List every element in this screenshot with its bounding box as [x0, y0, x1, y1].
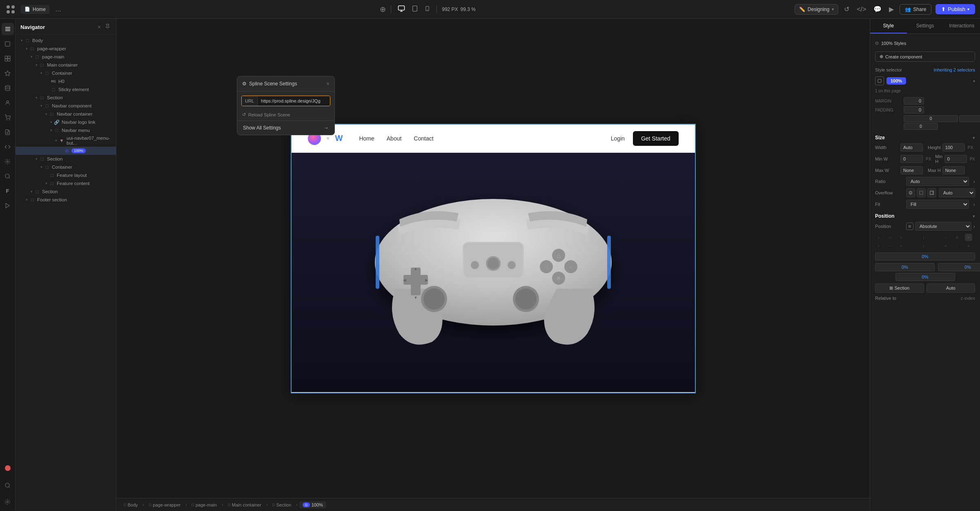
pos-right-input[interactable]: [938, 263, 980, 271]
more-button[interactable]: ...: [56, 6, 61, 13]
align-tc[interactable]: —: [886, 234, 893, 241]
padding-right-input[interactable]: [959, 115, 980, 122]
align-tr[interactable]: •: [898, 234, 905, 241]
ratio-select[interactable]: Auto: [906, 177, 969, 186]
spline-all-settings-button[interactable]: Show All Settings →: [237, 121, 334, 135]
tree-item-section-feature[interactable]: ▾ □ Section: [16, 155, 116, 163]
breadcrumb-page-wrapper[interactable]: □ page-wrapper: [146, 501, 184, 509]
overflow-scroll-icon[interactable]: [927, 188, 936, 197]
nav-link-home[interactable]: Home: [359, 135, 374, 142]
breadcrumb-100pct[interactable]: ⊙ 100%: [299, 501, 326, 509]
fonts-icon-button[interactable]: F: [2, 185, 14, 197]
padding-top-input[interactable]: [904, 115, 958, 122]
mobile-view-button[interactable]: [423, 4, 432, 15]
app-logo[interactable]: [5, 4, 16, 15]
tree-item-navbar-logo-link[interactable]: ▾ 🔗 Navbar logo link: [16, 118, 116, 126]
tree-item-navbar-menu[interactable]: ▾ □ Navbar menu: [16, 126, 116, 134]
tree-item-navbar-container[interactable]: ▾ □ Navbar container: [16, 110, 116, 118]
maxh-input[interactable]: [942, 166, 965, 174]
align-mc[interactable]: ⊙: [953, 234, 961, 241]
create-component-button[interactable]: ⊕ Create component: [875, 51, 975, 62]
nav-link-about[interactable]: About: [387, 135, 402, 142]
components-icon-button[interactable]: [2, 52, 14, 65]
width-input[interactable]: [900, 143, 923, 152]
pages-icon-button[interactable]: [2, 38, 14, 50]
align-ml2[interactable]: •: [875, 242, 882, 249]
tree-item-container[interactable]: ▾ □ Container: [16, 69, 116, 77]
align-mr[interactable]: →: [965, 234, 972, 241]
align-bl[interactable]: ↙: [942, 242, 950, 249]
spline-close-button[interactable]: ×: [326, 80, 330, 87]
tree-item-uui-navbar[interactable]: ▾ ▼ uui-navbar07_menu-but...: [16, 134, 116, 147]
tab-interactions[interactable]: Interactions: [943, 19, 980, 33]
tree-item-page-main[interactable]: ▾ □ page-main: [16, 53, 116, 61]
breadcrumb-page-main[interactable]: □ page-main: [189, 501, 220, 509]
ratio-arrow-icon[interactable]: ›: [973, 178, 975, 185]
overflow-visible-icon[interactable]: [906, 188, 915, 197]
align-mc2[interactable]: —: [886, 242, 893, 249]
seo-icon-button[interactable]: [2, 170, 14, 182]
navigator-icon-button[interactable]: [2, 23, 14, 35]
minw-input[interactable]: [900, 155, 923, 163]
pos-left-input[interactable]: [875, 263, 935, 271]
tab-style[interactable]: Style: [870, 19, 907, 33]
forms-icon-button[interactable]: [2, 126, 14, 138]
preview-button[interactable]: ▶: [887, 4, 895, 15]
position-arrow-icon[interactable]: ›: [973, 223, 975, 230]
designing-mode-button[interactable]: ✏️ Designing ▾: [795, 4, 838, 15]
align-bc[interactable]: ↓: [953, 242, 961, 249]
height-input[interactable]: [942, 143, 965, 152]
code-button[interactable]: </>: [855, 4, 868, 15]
current-selector-badge[interactable]: 100%: [886, 77, 906, 85]
tree-item-100pct[interactable]: ▾ ⊙ 100%: [16, 147, 116, 155]
overflow-select[interactable]: Auto: [939, 188, 975, 197]
minh-input[interactable]: [944, 155, 967, 163]
tree-item-feature-layout[interactable]: ▾ □ Feature layout: [16, 171, 116, 179]
add-element-button[interactable]: ⊕: [380, 5, 386, 14]
tree-item-main-container[interactable]: ▾ □ Main container: [16, 61, 116, 69]
margin-input[interactable]: [904, 97, 924, 105]
share-button[interactable]: 👥 Share: [900, 4, 931, 15]
tablet-view-button[interactable]: [410, 4, 420, 15]
pin-navigator-button[interactable]: [104, 23, 111, 31]
undo-button[interactable]: ↺: [842, 4, 851, 15]
breadcrumb-main-container[interactable]: □ Main container: [225, 501, 265, 509]
tree-item-body[interactable]: ▾ □ Body: [16, 36, 116, 45]
publish-button[interactable]: ⬆ Publish ▾: [935, 4, 975, 14]
close-navigator-button[interactable]: ×: [97, 23, 102, 31]
members-icon-button[interactable]: [2, 96, 14, 109]
assets-icon-button[interactable]: [2, 67, 14, 79]
maxw-input[interactable]: [900, 166, 923, 174]
tree-item-section[interactable]: ▾ □ Section: [16, 187, 116, 196]
tree-item-sticky-element[interactable]: ▾ □ Sticky element: [16, 85, 116, 94]
align-mr2[interactable]: •: [898, 242, 905, 249]
tree-item-section-navbar[interactable]: ▾ □ Section: [16, 94, 116, 102]
padding-extra-input[interactable]: [904, 123, 938, 130]
nav-link-contact[interactable]: Contact: [414, 135, 433, 142]
breadcrumb-body[interactable]: □ Body: [120, 501, 141, 509]
align-tl[interactable]: •: [875, 234, 882, 241]
section-button[interactable]: ⊞ Section: [875, 283, 924, 293]
canvas-content[interactable]: 100% ◎ × W Home About Contact: [116, 19, 870, 498]
tab-settings[interactable]: Settings: [907, 19, 944, 33]
tree-item-footer-section[interactable]: ▾ □ Footer section: [16, 196, 116, 204]
site-preview[interactable]: 100% ◎ × W Home About Contact: [291, 124, 696, 393]
align-cb[interactable]: |: [920, 242, 927, 249]
zindex-value-button[interactable]: Auto: [927, 283, 976, 293]
get-started-button[interactable]: Get Started: [633, 131, 679, 146]
logic-icon-button[interactable]: [2, 141, 14, 153]
align-br[interactable]: ↘: [965, 242, 972, 249]
align-ct[interactable]: |: [920, 234, 927, 241]
search-icon-button[interactable]: [2, 479, 14, 491]
align-ml[interactable]: ←: [942, 234, 950, 241]
padding-input[interactable]: [904, 106, 924, 114]
tree-item-container-feature[interactable]: ▾ □ Container: [16, 163, 116, 171]
position-select[interactable]: Absolute Relative Fixed Sticky: [915, 222, 971, 231]
settings-icon-button[interactable]: [2, 495, 14, 508]
spline-url-input[interactable]: [258, 96, 330, 106]
interactions-icon-button[interactable]: [2, 199, 14, 212]
tree-item-h0[interactable]: ▾ H1 H0: [16, 77, 116, 85]
fit-arrow-icon[interactable]: ›: [973, 201, 975, 208]
tree-item-navbar-component[interactable]: ▾ □ Navbar component: [16, 102, 116, 110]
tree-item-feature-content[interactable]: ▾ □ Feature content: [16, 179, 116, 187]
